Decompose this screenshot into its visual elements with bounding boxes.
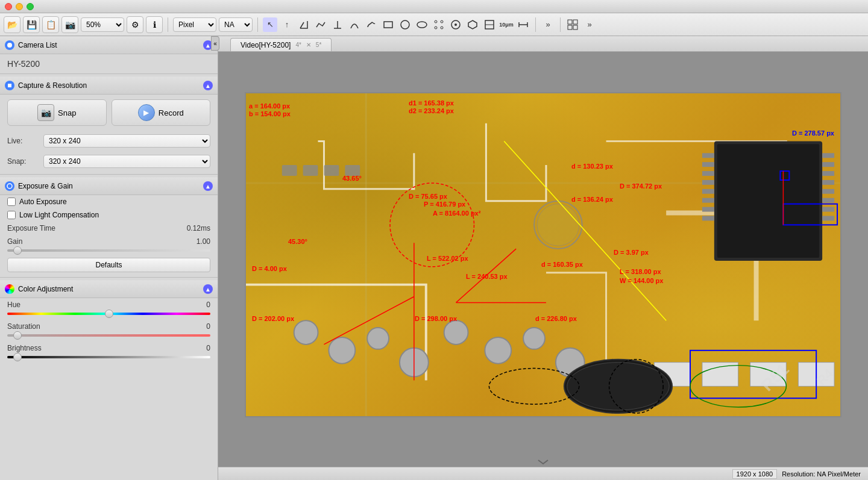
exposure-collapse[interactable]: ▲ (203, 181, 213, 191)
brightness-row: Brightness 0 (0, 341, 218, 355)
rectangle-tool[interactable] (381, 17, 395, 32)
meas-D-bottom-mid: D = 298.00 px (415, 315, 457, 322)
na-select[interactable]: NA 2x 4x (219, 17, 253, 32)
expand-tool[interactable]: » (582, 17, 597, 32)
live-select[interactable]: 320 x 240 640 x 480 (43, 134, 210, 148)
record-button[interactable]: ▶ Record (112, 99, 211, 126)
saturation-slider-thumb[interactable] (13, 331, 22, 340)
defaults-button[interactable]: Defaults (7, 258, 210, 272)
polygon-tool[interactable] (465, 17, 480, 32)
brightness-value: 0 (180, 344, 210, 352)
svg-point-8 (454, 23, 457, 26)
color-collapse[interactable]: ▲ (203, 284, 213, 294)
capture-collapse[interactable]: ▲ (203, 81, 213, 90)
scale-bar-label: 10μm (499, 17, 514, 32)
polyline-tool[interactable] (313, 17, 328, 32)
line-tool[interactable]: ↑ (280, 17, 294, 32)
caliper-tool[interactable] (482, 17, 497, 32)
ellipse-tool[interactable] (415, 17, 429, 32)
hue-slider-row[interactable] (0, 311, 218, 320)
low-light-label: Low Light Compensation (19, 211, 99, 219)
panel-collapse-button[interactable]: « (211, 36, 219, 51)
minimize-button[interactable] (16, 3, 23, 10)
snap-size-row: Snap: 320 x 240 640 x 480 (0, 152, 218, 170)
saturation-value: 0 (180, 322, 210, 331)
meas-D-left: D = 4.00 px (252, 265, 287, 272)
gain-label: Gain (7, 237, 180, 246)
defaults-label: Defaults (95, 261, 122, 269)
separator2 (257, 17, 258, 32)
pixel-select[interactable]: Pixel mm inch (173, 17, 216, 32)
separator4 (560, 17, 561, 32)
meas-d2: d2 = 233.24 px (409, 107, 454, 114)
video-tab[interactable]: Video[HY-5200] 4* ✕ 5* (230, 38, 332, 51)
saturation-slider-row[interactable] (0, 333, 218, 341)
maximize-button[interactable] (27, 3, 34, 10)
svg-rect-20 (8, 84, 11, 87)
low-light-row[interactable]: Low Light Compensation (0, 208, 218, 222)
saturation-track (7, 334, 210, 337)
main-area: Camera List ▲ HY-5200 Capture & Resoluti… (0, 36, 868, 480)
hue-track (7, 313, 210, 315)
saturation-row: Saturation 0 (0, 320, 218, 333)
info-btn[interactable]: ℹ (146, 16, 163, 33)
low-light-checkbox[interactable] (7, 211, 16, 219)
circle-tool[interactable] (398, 17, 412, 32)
hue-slider-thumb[interactable] (105, 310, 113, 318)
capture-title: Capture & Resolution (18, 81, 203, 90)
capture-icon (5, 81, 14, 90)
exposure-header[interactable]: Exposure & Gain ▲ (0, 177, 218, 195)
auto-exposure-row[interactable]: Auto Exposure (0, 195, 218, 208)
svg-rect-16 (573, 20, 577, 24)
pcb-image: R51 R4 a = 164.00 px b = 154.00 px d1 = … (245, 92, 841, 417)
hue-value: 0 (180, 301, 210, 309)
freehand-tool[interactable] (364, 17, 379, 32)
camera-icon (5, 40, 14, 50)
exposure-icon (5, 181, 14, 191)
svg-point-3 (435, 20, 437, 23)
close-button[interactable] (5, 3, 12, 10)
brightness-track (7, 356, 210, 358)
svg-point-1 (401, 20, 409, 29)
layout-tool[interactable] (565, 17, 580, 32)
meas-L-mid: L = 240.53 px (466, 273, 508, 280)
brightness-slider-thumb[interactable] (13, 353, 22, 361)
color-icon (5, 284, 14, 294)
snap-size-select[interactable]: 320 x 240 640 x 480 (43, 155, 210, 168)
angle-tool[interactable] (297, 17, 311, 32)
brightness-slider-row[interactable] (0, 355, 218, 363)
toolbar: 📂 💾 📋 📷 25% 50% 75% 100% ⚙ ℹ Pixel mm in… (0, 13, 868, 36)
zoom-select[interactable]: 25% 50% 75% 100% (81, 17, 124, 32)
viewport-container[interactable]: R51 R4 a = 164.00 px b = 154.00 px d1 = … (218, 52, 868, 457)
camera-btn[interactable]: 📷 (61, 16, 78, 33)
auto-exposure-checkbox[interactable] (7, 198, 16, 206)
perpendicular-tool[interactable] (330, 17, 345, 32)
multi-tool[interactable] (432, 17, 446, 32)
camera-list-header[interactable]: Camera List ▲ (0, 36, 218, 54)
color-header[interactable]: Color Adjustment ▲ (0, 280, 218, 298)
gain-slider-row[interactable] (0, 248, 218, 255)
capture-header[interactable]: Capture & Resolution ▲ (0, 76, 218, 95)
save-btn[interactable]: 💾 (23, 16, 40, 33)
gain-slider-thumb[interactable] (13, 246, 22, 255)
tab-close-icon[interactable]: ✕ (306, 42, 311, 48)
more-tools[interactable]: » (541, 17, 555, 32)
settings-btn[interactable]: ⚙ (127, 16, 143, 33)
curve-tool[interactable] (347, 17, 362, 32)
meas-d-top: d = 130.23 px (571, 163, 613, 170)
saturation-label: Saturation (7, 322, 180, 331)
meas-angle1: 43.65° (342, 175, 362, 182)
calibrate-tool[interactable] (516, 17, 530, 32)
gain-slider-track (7, 249, 210, 252)
counter-tool[interactable] (448, 17, 463, 32)
svg-point-21 (7, 184, 12, 189)
snap-button[interactable]: 📷 Snap (7, 99, 107, 126)
viewport-bottom-arrow[interactable] (218, 457, 868, 467)
save-all-btn[interactable]: 📋 (42, 16, 59, 33)
meas-D-bottom-left: D = 202.00 px (252, 315, 294, 322)
meas-a: a = 164.00 px (249, 102, 290, 110)
pointer-tool[interactable]: ↖ (263, 17, 277, 32)
gain-row: Gain 1.00 (0, 235, 218, 248)
live-row: Live: 320 x 240 640 x 480 (0, 132, 218, 150)
folder-open-btn[interactable]: 📂 (4, 16, 20, 33)
